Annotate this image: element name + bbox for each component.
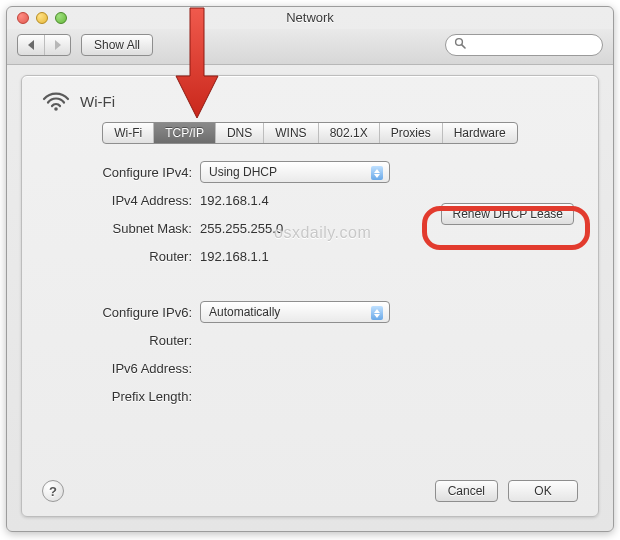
close-icon[interactable]	[17, 12, 29, 24]
renew-dhcp-lease-button[interactable]: Renew DHCP Lease	[441, 203, 574, 225]
tab-wins[interactable]: WINS	[263, 123, 317, 143]
sheet-footer: ? Cancel OK	[42, 472, 578, 502]
ok-button[interactable]: OK	[508, 480, 578, 502]
tab-hardware[interactable]: Hardware	[442, 123, 517, 143]
tab-dns[interactable]: DNS	[215, 123, 263, 143]
search-input[interactable]	[470, 38, 620, 52]
titlebar: Network	[7, 7, 613, 29]
search-field[interactable]	[445, 34, 603, 56]
configure-ipv4-value: Using DHCP	[209, 165, 277, 179]
window-title: Network	[7, 10, 613, 25]
label-configure-ipv6: Configure IPv6:	[42, 305, 192, 320]
zoom-icon[interactable]	[55, 12, 67, 24]
configure-ipv6-select[interactable]: Automatically	[200, 301, 390, 323]
value-ipv4-address: 192.168.1.4	[200, 193, 390, 208]
tab-tcp-ip[interactable]: TCP/IP	[153, 123, 215, 143]
settings-sheet: Wi-Fi Wi-FiTCP/IPDNSWINS802.1XProxiesHar…	[21, 75, 599, 517]
connection-name: Wi-Fi	[80, 93, 115, 110]
tab-wi-fi[interactable]: Wi-Fi	[103, 123, 153, 143]
label-prefix-length: Prefix Length:	[42, 389, 192, 404]
network-window: Network Show All	[6, 6, 614, 532]
configure-ipv4-select[interactable]: Using DHCP	[200, 161, 390, 183]
window-controls	[17, 12, 67, 24]
chevron-updown-icon	[373, 306, 381, 320]
value-router: 192.168.1.1	[200, 249, 390, 264]
label-configure-ipv4: Configure IPv4:	[42, 165, 192, 180]
search-icon	[454, 37, 466, 52]
tab-802-1x[interactable]: 802.1X	[318, 123, 379, 143]
nav-back-forward	[17, 34, 71, 56]
cancel-button[interactable]: Cancel	[435, 480, 498, 502]
toolbar: Show All	[7, 29, 613, 65]
label-ipv4-address: IPv4 Address:	[42, 193, 192, 208]
show-all-button[interactable]: Show All	[81, 34, 153, 56]
label-router-ipv6: Router:	[42, 333, 192, 348]
configure-ipv6-value: Automatically	[209, 305, 280, 319]
value-subnet-mask: 255.255.255.0	[200, 221, 390, 236]
label-router: Router:	[42, 249, 192, 264]
svg-line-1	[462, 45, 465, 48]
label-ipv6-address: IPv6 Address:	[42, 361, 192, 376]
minimize-icon[interactable]	[36, 12, 48, 24]
forward-button[interactable]	[44, 35, 70, 55]
tcpip-form: Configure IPv4: Using DHCP IPv4 Address:…	[42, 158, 578, 472]
connection-header: Wi-Fi	[42, 90, 578, 112]
wifi-icon	[42, 90, 70, 112]
svg-point-2	[54, 107, 58, 111]
tabs: Wi-FiTCP/IPDNSWINS802.1XProxiesHardware	[42, 122, 578, 144]
back-button[interactable]	[18, 35, 44, 55]
tab-proxies[interactable]: Proxies	[379, 123, 442, 143]
chevron-updown-icon	[373, 166, 381, 180]
help-button[interactable]: ?	[42, 480, 64, 502]
label-subnet-mask: Subnet Mask:	[42, 221, 192, 236]
